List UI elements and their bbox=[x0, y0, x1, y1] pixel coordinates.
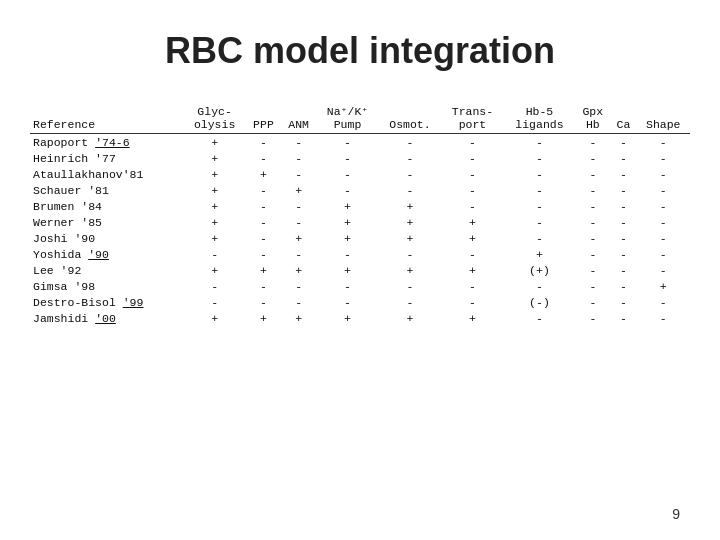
data-cell-shape: - bbox=[637, 150, 690, 166]
data-cell-gpx: - bbox=[575, 278, 610, 294]
ref-cell: Ataullakhanov'81 bbox=[30, 166, 183, 182]
page: RBC model integration Reference Glyc-oly… bbox=[0, 0, 720, 540]
col-shape: Shape bbox=[637, 102, 690, 134]
table-row: Lee '92++++++(+)--- bbox=[30, 262, 690, 278]
data-cell-transport: - bbox=[441, 198, 503, 214]
data-cell-glycolysis: - bbox=[183, 246, 245, 262]
data-cell-ca: - bbox=[610, 262, 636, 278]
data-cell-ca: - bbox=[610, 134, 636, 151]
table-container: Reference Glyc-olysis PPP ANM Na⁺/K⁺Pump… bbox=[30, 102, 690, 326]
table-header-row: Reference Glyc-olysis PPP ANM Na⁺/K⁺Pump… bbox=[30, 102, 690, 134]
data-cell-transport: - bbox=[441, 246, 503, 262]
data-cell-pump: + bbox=[316, 198, 379, 214]
table-row: Rapoport '74-6+--------- bbox=[30, 134, 690, 151]
table-row: Brumen '84+--++----- bbox=[30, 198, 690, 214]
table-row: Schauer '81+-+------- bbox=[30, 182, 690, 198]
table-row: Destro-Bisol '99------(-)--- bbox=[30, 294, 690, 310]
data-cell-glycolysis: + bbox=[183, 134, 245, 151]
ref-cell: Schauer '81 bbox=[30, 182, 183, 198]
data-cell-shape: - bbox=[637, 262, 690, 278]
data-cell-ca: - bbox=[610, 230, 636, 246]
data-cell-osmot: + bbox=[379, 214, 441, 230]
data-table: Reference Glyc-olysis PPP ANM Na⁺/K⁺Pump… bbox=[30, 102, 690, 326]
data-cell-osmot: - bbox=[379, 150, 441, 166]
data-cell-ppp: - bbox=[246, 230, 281, 246]
col-anm: ANM bbox=[281, 102, 316, 134]
data-cell-anm: - bbox=[281, 214, 316, 230]
data-cell-osmot: - bbox=[379, 134, 441, 151]
data-cell-glycolysis: + bbox=[183, 198, 245, 214]
data-cell-hb5: - bbox=[504, 198, 576, 214]
data-cell-gpx: - bbox=[575, 134, 610, 151]
col-ca: Ca bbox=[610, 102, 636, 134]
data-cell-anm: - bbox=[281, 278, 316, 294]
data-cell-shape: - bbox=[637, 230, 690, 246]
data-cell-osmot: - bbox=[379, 166, 441, 182]
table-row: Jamshidi '00++++++---- bbox=[30, 310, 690, 326]
data-cell-transport: - bbox=[441, 182, 503, 198]
data-cell-anm: + bbox=[281, 182, 316, 198]
ref-cell: Rapoport '74-6 bbox=[30, 134, 183, 151]
data-cell-anm: - bbox=[281, 166, 316, 182]
data-cell-glycolysis: + bbox=[183, 214, 245, 230]
data-cell-hb5: - bbox=[504, 182, 576, 198]
data-cell-ppp: - bbox=[246, 198, 281, 214]
data-cell-hb5: - bbox=[504, 230, 576, 246]
data-cell-anm: - bbox=[281, 198, 316, 214]
data-cell-glycolysis: + bbox=[183, 166, 245, 182]
data-cell-hb5: - bbox=[504, 310, 576, 326]
data-cell-osmot: - bbox=[379, 246, 441, 262]
data-cell-ca: - bbox=[610, 294, 636, 310]
col-transport: Trans-port bbox=[441, 102, 503, 134]
data-cell-hb5: - bbox=[504, 214, 576, 230]
data-cell-pump: + bbox=[316, 230, 379, 246]
data-cell-hb5: - bbox=[504, 150, 576, 166]
data-cell-ppp: - bbox=[246, 246, 281, 262]
col-reference: Reference bbox=[30, 102, 183, 134]
data-cell-ca: - bbox=[610, 214, 636, 230]
data-cell-glycolysis: + bbox=[183, 310, 245, 326]
ref-cell: Jamshidi '00 bbox=[30, 310, 183, 326]
data-cell-shape: + bbox=[637, 278, 690, 294]
data-cell-gpx: - bbox=[575, 230, 610, 246]
page-title: RBC model integration bbox=[30, 30, 690, 72]
table-row: Ataullakhanov'81++-------- bbox=[30, 166, 690, 182]
data-cell-gpx: - bbox=[575, 198, 610, 214]
data-cell-transport: - bbox=[441, 134, 503, 151]
data-cell-anm: + bbox=[281, 230, 316, 246]
data-cell-anm: + bbox=[281, 310, 316, 326]
data-cell-shape: - bbox=[637, 246, 690, 262]
data-cell-anm: - bbox=[281, 134, 316, 151]
data-cell-ca: - bbox=[610, 198, 636, 214]
data-cell-pump: + bbox=[316, 214, 379, 230]
data-cell-transport: + bbox=[441, 262, 503, 278]
data-cell-shape: - bbox=[637, 166, 690, 182]
data-cell-pump: - bbox=[316, 294, 379, 310]
data-cell-transport: + bbox=[441, 214, 503, 230]
data-cell-pump: - bbox=[316, 134, 379, 151]
data-cell-ca: - bbox=[610, 182, 636, 198]
col-hb5: Hb-5ligands bbox=[504, 102, 576, 134]
data-cell-gpx: - bbox=[575, 310, 610, 326]
data-cell-glycolysis: + bbox=[183, 230, 245, 246]
data-cell-transport: - bbox=[441, 150, 503, 166]
data-cell-osmot: + bbox=[379, 310, 441, 326]
data-cell-glycolysis: + bbox=[183, 262, 245, 278]
ref-cell: Werner '85 bbox=[30, 214, 183, 230]
data-cell-ca: - bbox=[610, 310, 636, 326]
data-cell-shape: - bbox=[637, 214, 690, 230]
page-number: 9 bbox=[672, 506, 680, 522]
data-cell-transport: - bbox=[441, 278, 503, 294]
data-cell-anm: - bbox=[281, 294, 316, 310]
ref-cell: Gimsa '98 bbox=[30, 278, 183, 294]
data-cell-pump: - bbox=[316, 182, 379, 198]
data-cell-ca: - bbox=[610, 150, 636, 166]
ref-cell: Joshi '90 bbox=[30, 230, 183, 246]
data-cell-shape: - bbox=[637, 198, 690, 214]
data-cell-pump: - bbox=[316, 166, 379, 182]
data-cell-ppp: - bbox=[246, 294, 281, 310]
data-cell-pump: - bbox=[316, 150, 379, 166]
ref-cell: Brumen '84 bbox=[30, 198, 183, 214]
data-cell-gpx: - bbox=[575, 246, 610, 262]
data-cell-hb5: + bbox=[504, 246, 576, 262]
